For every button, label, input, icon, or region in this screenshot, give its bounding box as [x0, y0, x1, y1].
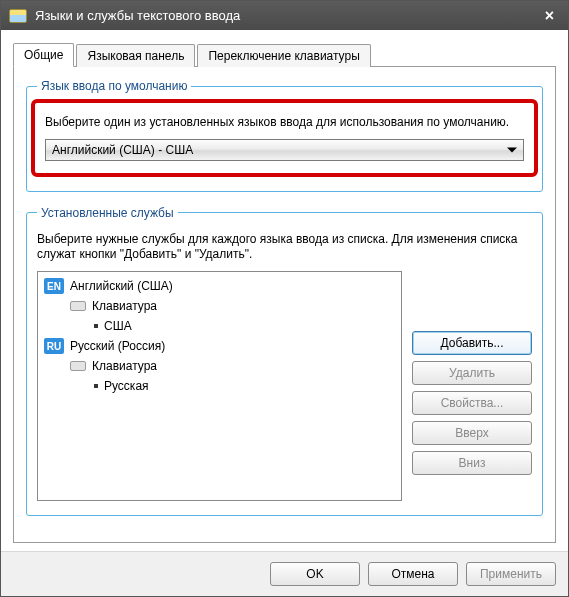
highlight-annotation: Выберите один из установленных языков вв…	[31, 99, 538, 177]
tree-keyboard-node[interactable]: Клавиатура	[44, 356, 395, 376]
remove-button[interactable]: Удалить	[412, 361, 532, 385]
tree-lang-label: Русский (Россия)	[70, 339, 165, 353]
close-icon[interactable]: ×	[539, 7, 560, 25]
lang-badge-en: EN	[44, 278, 64, 294]
installed-services-legend: Установленные службы	[37, 206, 178, 220]
tree-layout-label: Русская	[104, 379, 149, 393]
dialog-footer: OK Отмена Применить	[1, 551, 568, 596]
app-icon	[9, 9, 27, 23]
move-up-button[interactable]: Вверх	[412, 421, 532, 445]
tree-layout-label: США	[104, 319, 132, 333]
bullet-icon	[94, 324, 98, 328]
tree-keyboard-label: Клавиатура	[92, 359, 157, 373]
cancel-button[interactable]: Отмена	[368, 562, 458, 586]
properties-button[interactable]: Свойства...	[412, 391, 532, 415]
tree-keyboard-label: Клавиатура	[92, 299, 157, 313]
apply-button[interactable]: Применить	[466, 562, 556, 586]
tab-language-bar[interactable]: Языковая панель	[76, 44, 195, 67]
default-language-legend: Язык ввода по умолчанию	[37, 79, 191, 93]
tree-layout-node[interactable]: США	[44, 316, 395, 336]
tab-strip: Общие Языковая панель Переключение клави…	[13, 42, 556, 66]
ok-button[interactable]: OK	[270, 562, 360, 586]
tab-switch-keyboard[interactable]: Переключение клавиатуры	[197, 44, 370, 67]
window-title: Языки и службы текстового ввода	[35, 8, 240, 23]
move-down-button[interactable]: Вниз	[412, 451, 532, 475]
language-tree[interactable]: EN Английский (США) Клавиатура США	[37, 271, 402, 501]
lang-badge-ru: RU	[44, 338, 64, 354]
titlebar[interactable]: Языки и службы текстового ввода ×	[1, 1, 568, 30]
default-language-description: Выберите один из установленных языков вв…	[45, 115, 524, 131]
keyboard-icon	[70, 361, 86, 371]
tree-lang-en[interactable]: EN Английский (США)	[44, 276, 395, 296]
tree-lang-ru[interactable]: RU Русский (Россия)	[44, 336, 395, 356]
default-language-group: Язык ввода по умолчанию Выберите один из…	[26, 79, 543, 192]
add-button[interactable]: Добавить...	[412, 331, 532, 355]
installed-services-description: Выберите нужные службы для каждого языка…	[37, 232, 532, 263]
bullet-icon	[94, 384, 98, 388]
tab-general[interactable]: Общие	[13, 43, 74, 67]
tree-keyboard-node[interactable]: Клавиатура	[44, 296, 395, 316]
chevron-down-icon	[507, 147, 517, 152]
dialog-window: Языки и службы текстового ввода × Общие …	[0, 0, 569, 597]
installed-services-group: Установленные службы Выберите нужные слу…	[26, 206, 543, 516]
client-area: Общие Языковая панель Переключение клави…	[1, 30, 568, 551]
tree-layout-node[interactable]: Русская	[44, 376, 395, 396]
service-buttons: Добавить... Удалить Свойства... Вверх Вн…	[412, 271, 532, 501]
default-language-value: Английский (США) - США	[52, 143, 193, 157]
default-language-combo[interactable]: Английский (США) - США	[45, 139, 524, 161]
keyboard-icon	[70, 301, 86, 311]
tab-page-general: Язык ввода по умолчанию Выберите один из…	[13, 66, 556, 543]
tree-lang-label: Английский (США)	[70, 279, 173, 293]
